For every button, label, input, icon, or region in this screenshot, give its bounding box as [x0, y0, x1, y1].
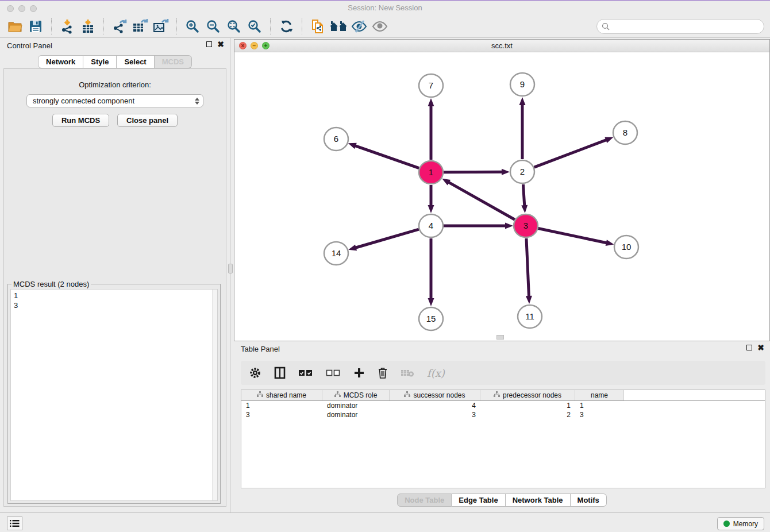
mcds-result-title: MCDS result (2 nodes) — [11, 280, 91, 288]
maximize-window-icon[interactable] — [30, 5, 37, 12]
float-table-panel-icon[interactable] — [746, 345, 752, 350]
toolbar-separator — [176, 18, 177, 34]
edge-1-2[interactable] — [444, 172, 503, 172]
edge-arrowhead — [348, 245, 357, 251]
tab-node-table[interactable]: Node Table — [397, 494, 452, 507]
table-row[interactable]: 1dominator411 — [241, 401, 765, 410]
edge-1-6[interactable] — [355, 145, 419, 168]
table-body: 1dominator4113dominator323 — [241, 401, 765, 419]
refresh-icon[interactable] — [276, 18, 297, 35]
delete-table-icon[interactable] — [401, 364, 414, 381]
zoom-selected-icon[interactable] — [244, 18, 265, 35]
table-cell[interactable]: 3 — [241, 410, 322, 419]
tab-network[interactable]: Network — [38, 55, 83, 68]
table-settings-gear-icon[interactable] — [249, 364, 261, 381]
save-icon[interactable] — [25, 18, 46, 35]
zoom-out-icon[interactable] — [203, 18, 224, 35]
column-header-predecessor-nodes[interactable]: predecessor nodes — [480, 390, 575, 400]
edge-3-11[interactable] — [526, 238, 529, 297]
network-canvas[interactable]: 7968124314101511 — [234, 52, 769, 341]
optimization-criterion-select[interactable]: strongly connected component — [26, 94, 203, 107]
float-panel-icon[interactable] — [206, 41, 212, 47]
zoom-fit-icon[interactable] — [224, 18, 244, 35]
delete-column-trash-icon[interactable] — [378, 364, 388, 381]
task-history-button[interactable] — [7, 516, 22, 530]
import-table-icon[interactable] — [78, 18, 98, 35]
edge-3-10[interactable] — [538, 229, 607, 243]
toolbar-separator — [270, 18, 271, 34]
tab-mcds[interactable]: MCDS — [155, 55, 192, 68]
table-tabs: Node TableEdge TableNetwork TableMotifs — [234, 494, 770, 507]
toolbar-separator — [103, 18, 104, 34]
select-all-icon[interactable] — [298, 364, 313, 381]
edge-arrowhead — [348, 143, 357, 149]
window-controls[interactable] — [7, 5, 37, 12]
close-table-panel-icon[interactable]: ✖ — [757, 345, 764, 350]
add-column-plus-icon[interactable] — [353, 364, 365, 381]
table-cell[interactable]: 1 — [241, 401, 322, 410]
minimize-window-icon[interactable] — [18, 5, 25, 12]
search-field[interactable] — [596, 19, 764, 34]
column-header-name[interactable]: name — [575, 390, 624, 400]
search-input[interactable] — [610, 22, 759, 32]
hierarchy-icon — [257, 391, 263, 399]
column-header-shared-name[interactable]: shared name — [241, 390, 322, 400]
mcds-result-area[interactable]: 1 3 — [10, 289, 218, 501]
close-panel-icon[interactable]: ✖ — [217, 41, 224, 47]
table-cell[interactable]: dominator — [322, 401, 390, 410]
network-maximize-icon[interactable]: + — [262, 42, 270, 49]
graph-node-label: 8 — [623, 128, 627, 137]
clone-network-icon[interactable] — [307, 18, 328, 35]
graph-node-label: 3 — [523, 221, 528, 230]
edge-2-8[interactable] — [534, 140, 607, 167]
table-cell[interactable]: 3 — [390, 410, 480, 419]
table-row[interactable]: 3dominator323 — [241, 410, 765, 419]
table-cell[interactable]: 2 — [480, 410, 575, 419]
network-graph[interactable]: 7968124314101511 — [234, 52, 769, 341]
function-builder-icon[interactable]: f(x) — [427, 364, 445, 381]
optimization-criterion-value: strongly connected component — [33, 97, 195, 105]
deselect-all-icon[interactable] — [326, 364, 341, 381]
export-table-icon[interactable] — [130, 18, 151, 35]
window-titlebar: Session: New Session — [0, 1, 770, 16]
memory-button[interactable]: Memory — [717, 517, 764, 530]
edge-arrowhead — [428, 98, 434, 106]
table-cell[interactable]: 3 — [575, 410, 624, 419]
network-window-titlebar[interactable]: × − + scc.txt — [234, 40, 769, 52]
column-header-MCDS-role[interactable]: MCDS role — [322, 390, 390, 400]
network-resize-grip[interactable] — [496, 335, 504, 340]
table-toolbar: f(x) — [241, 361, 765, 385]
home-view-icon[interactable] — [328, 18, 349, 35]
zoom-in-icon[interactable] — [182, 18, 203, 35]
table-cell[interactable]: 1 — [575, 401, 624, 410]
tab-network-table[interactable]: Network Table — [506, 494, 571, 507]
close-panel-button[interactable]: Close panel — [117, 114, 178, 127]
network-minimize-icon[interactable]: − — [251, 42, 258, 49]
hide-selected-eye-icon[interactable] — [349, 18, 369, 35]
panel-splitter-grip[interactable] — [228, 264, 233, 273]
tab-select[interactable]: Select — [117, 55, 154, 68]
memory-label: Memory — [733, 520, 758, 528]
edge-4-14[interactable] — [355, 229, 419, 248]
network-close-icon[interactable]: × — [239, 42, 247, 49]
result-scrollbar[interactable] — [212, 290, 217, 500]
run-mcds-button[interactable]: Run MCDS — [52, 114, 109, 127]
open-folder-icon[interactable] — [5, 18, 25, 35]
table-cell[interactable]: dominator — [322, 410, 390, 419]
table-cell[interactable]: 4 — [390, 401, 480, 410]
tab-motifs[interactable]: Motifs — [571, 494, 607, 507]
tab-edge-table[interactable]: Edge Table — [452, 494, 505, 507]
edge-arrowhead — [605, 137, 613, 143]
import-network-icon[interactable] — [57, 18, 78, 35]
show-column-icon[interactable] — [274, 364, 286, 381]
export-image-icon[interactable] — [151, 18, 171, 35]
table-cell[interactable]: 1 — [480, 401, 575, 410]
edge-3-1[interactable] — [448, 182, 515, 220]
column-header-successor-nodes[interactable]: successor nodes — [390, 390, 480, 400]
tab-style[interactable]: Style — [83, 55, 117, 68]
close-window-icon[interactable] — [7, 5, 14, 12]
edge-2-3[interactable] — [523, 184, 524, 206]
network-view-window: × − + scc.txt 7968124314101511 — [234, 39, 770, 341]
export-network-icon[interactable] — [109, 18, 130, 35]
show-all-eye-icon[interactable] — [369, 18, 390, 35]
